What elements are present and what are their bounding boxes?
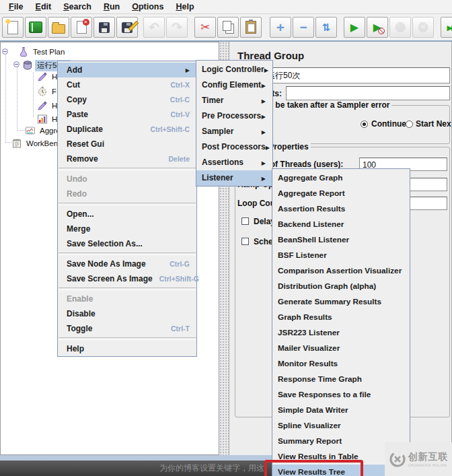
remote-start-all-button[interactable] (441, 17, 452, 38)
submenu-item-pre-processors[interactable]: Pre Processors (196, 108, 272, 124)
listener-item-comparison-assertion-visualizer[interactable]: Comparison Assertion Visualizer (272, 263, 410, 279)
submenu-arrow-icon (259, 124, 266, 140)
http-sampler-icon (37, 71, 48, 82)
submenu-item-config-element[interactable]: Config Element (196, 77, 272, 93)
menu-item-save-screen-as-image[interactable]: Save Screen As ImageCtrl+Shift-G (58, 271, 196, 286)
menu-item-paste[interactable]: PasteCtrl-V (58, 107, 196, 122)
submenu-item-post-processors[interactable]: Post Processors (196, 139, 272, 155)
toggle-button[interactable] (315, 17, 337, 38)
submenu-arrow-icon (261, 108, 266, 125)
continue-radio[interactable] (361, 121, 368, 128)
listener-item-assertion-results[interactable]: Assertion Results (272, 201, 410, 217)
menu-item-save-node-as-image[interactable]: Save Node As ImageCtrl-G (58, 257, 196, 271)
expand-all-button[interactable] (270, 17, 291, 38)
comments-field[interactable] (286, 86, 450, 100)
menu-item-remove[interactable]: RemoveDelete (58, 151, 196, 166)
tree-collapse-handle[interactable] (13, 61, 20, 67)
listener-item-backend-listener[interactable]: Backend Listener (272, 217, 410, 232)
menu-item-cut[interactable]: CutCtrl-X (58, 77, 196, 92)
menu-item-help[interactable]: Help (58, 341, 196, 356)
close-button[interactable] (71, 17, 92, 38)
submenu-arrow-icon (259, 170, 266, 186)
listener-item-spline-visualizer[interactable]: Spline Visualizer (272, 418, 410, 434)
bar-chart-icon (37, 114, 48, 125)
tree-node-chart[interactable]: H (37, 113, 59, 125)
menu-file[interactable]: File (3, 2, 30, 11)
listener-item-mailer-visualizer[interactable]: Mailer Visualizer (272, 341, 410, 356)
new-file-button[interactable] (2, 17, 24, 38)
listener-item-monitor-results[interactable]: Monitor Results (272, 356, 410, 372)
tree-node-test-plan[interactable]: Test Plan (18, 46, 67, 58)
menu-item-enable: Enable (58, 292, 196, 306)
menu-options[interactable]: Options (126, 2, 170, 11)
start-no-pauses-button[interactable] (367, 17, 388, 38)
menu-item-save-selection-as[interactable]: Save Selection As... (58, 236, 196, 251)
menu-item-copy[interactable]: CopyCtrl-C (58, 92, 196, 107)
listener-item-simple-data-writer[interactable]: Simple Data Writer (272, 403, 410, 418)
listener-item-graph-results[interactable]: Graph Results (272, 310, 410, 325)
submenu-item-listener[interactable]: Listener (196, 170, 272, 186)
submenu-item-timer[interactable]: Timer (196, 93, 272, 108)
undo-button (143, 17, 165, 38)
remote-start-icon (447, 24, 452, 32)
submenu-arrow-icon (264, 62, 268, 78)
submenu-arrow-icon (183, 62, 190, 78)
name-field[interactable]: 运行50次 (266, 67, 450, 83)
menu-separator (59, 252, 196, 255)
menu-separator (59, 337, 196, 340)
menu-help[interactable]: Help (170, 2, 200, 11)
paste-button[interactable] (240, 17, 262, 38)
paste-icon (246, 21, 256, 34)
test-plan-flask-icon (18, 46, 29, 57)
watermark: 创新互联 CHUANGXIN HULIAN (385, 442, 452, 476)
copy-button[interactable] (217, 17, 239, 38)
menu-item-merge[interactable]: Merge (58, 222, 196, 236)
tree-node-timer[interactable]: F (37, 86, 59, 98)
listener-item-beanshell-listener[interactable]: BeanShell Listener (272, 232, 410, 248)
start-next-loop-label[interactable]: Start Next Thread Loop (416, 119, 452, 129)
menu-item-duplicate[interactable]: DuplicateCtrl+Shift-C (58, 122, 196, 137)
continue-radio-label[interactable]: Continue (371, 119, 406, 129)
tree-node-sampler[interactable]: H (37, 71, 59, 83)
submenu-item-logic-controller[interactable]: Logic Controller (196, 62, 272, 77)
listener-item-jsr223-listener[interactable]: JSR223 Listener (272, 325, 410, 341)
tree-node-sampler[interactable]: H (37, 100, 59, 112)
tree-collapse-handle[interactable] (2, 48, 8, 55)
listener-item-bsf-listener[interactable]: BSF Listener (272, 248, 410, 263)
menu-item-open[interactable]: Open... (58, 207, 196, 222)
tree-line (17, 130, 25, 131)
menu-item-disable[interactable]: Disable (58, 306, 196, 321)
http-sampler-icon (37, 100, 48, 111)
delay-checkbox[interactable] (241, 217, 249, 225)
listener-item-distribution-graph[interactable]: Distribution Graph (alpha) (272, 279, 410, 294)
listener-item-save-responses-to-a-file[interactable]: Save Responses to a file (272, 387, 410, 403)
start-button[interactable] (344, 17, 365, 38)
workbench-icon (11, 138, 22, 149)
menu-run[interactable]: Run (98, 2, 126, 11)
tree-line (5, 142, 11, 143)
listener-item-aggregate-graph[interactable]: Aggregate Graph (272, 170, 410, 186)
listener-item-aggregate-report[interactable]: Aggregate Report (272, 186, 410, 201)
listener-item-generate-summary-results[interactable]: Generate Summary Results (272, 294, 410, 310)
menu-item-add[interactable]: Add (58, 63, 196, 77)
menu-separator (59, 287, 196, 290)
collapse-all-button[interactable] (293, 17, 314, 38)
templates-button[interactable] (25, 17, 46, 38)
menu-item-reset-gui[interactable]: Reset Gui (58, 137, 196, 151)
red-highlight-box (264, 460, 363, 476)
open-button[interactable] (48, 17, 69, 38)
listener-item-response-time-graph[interactable]: Response Time Graph (272, 372, 410, 387)
expand-all-icon (276, 20, 285, 34)
start-next-loop-radio[interactable] (406, 121, 413, 128)
cut-button[interactable] (194, 17, 216, 38)
open-folder-icon (52, 24, 65, 34)
aggregate-report-icon (25, 125, 36, 136)
save-as-button[interactable] (116, 17, 138, 38)
menu-search[interactable]: Search (57, 2, 98, 11)
submenu-item-assertions[interactable]: Assertions (196, 155, 272, 170)
menu-item-toggle[interactable]: ToggleCtrl-T (58, 321, 196, 336)
scheduler-checkbox[interactable] (241, 238, 249, 245)
submenu-item-sampler[interactable]: Sampler (196, 124, 272, 139)
menu-edit[interactable]: Edit (30, 2, 58, 11)
save-button[interactable] (93, 17, 115, 38)
